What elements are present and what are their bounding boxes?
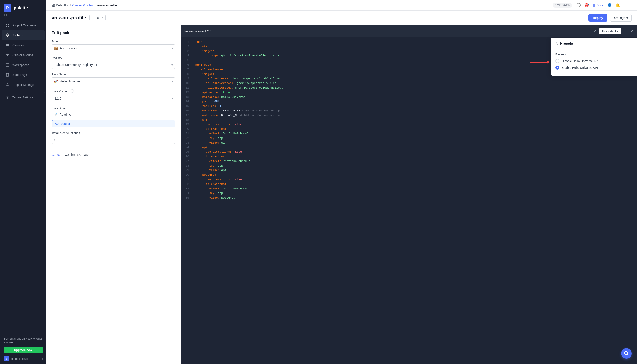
header-actions: Deploy Settings ▾ [588, 14, 632, 22]
svg-point-12 [8, 56, 9, 56]
sidebar-bottom: Start small and only pay for what you us… [0, 334, 46, 364]
sidebar-item-label: Project Overview [12, 24, 36, 27]
spectro-cloud-label: spectro cloud [11, 357, 28, 360]
cancel-button[interactable]: Cancel [52, 153, 61, 156]
svg-rect-23 [52, 6, 53, 6]
preset-radio-disable[interactable] [555, 59, 559, 63]
readme-label: Readme [59, 113, 71, 116]
pack-details-group: 📄 Readme </> Values [52, 111, 175, 127]
server-icon [5, 43, 10, 47]
spectro-cloud-footer[interactable]: S spectro cloud ‹ [4, 356, 43, 361]
presets-title: Presets [560, 42, 573, 46]
topbar-right: 143/100kCh 💬 🎯 Docs 👤 🔔 ⋮⋮ [552, 3, 632, 8]
preset-radio-enable[interactable] [555, 66, 559, 70]
user-icon[interactable]: 👤 [607, 3, 612, 8]
svg-rect-0 [6, 24, 7, 25]
logo-text: palette [14, 6, 28, 10]
sidebar-item-label: Clusters [12, 44, 24, 47]
expand-icon[interactable]: ⤢ [593, 29, 596, 33]
svg-point-10 [8, 54, 9, 55]
preset-label-enable: Enable Hello Universe API [561, 66, 598, 70]
search-fab-button[interactable] [621, 348, 632, 359]
grid-icon [5, 23, 10, 28]
app-version: 4.4.19 [0, 13, 46, 20]
cluster-profiles-link[interactable]: Cluster Profiles [72, 4, 93, 7]
pack-details-label: Pack Details [52, 106, 175, 110]
breadcrumb-separator: / [70, 4, 71, 7]
svg-rect-21 [52, 4, 53, 5]
install-order-input[interactable] [52, 136, 175, 144]
line-numbers: 12345 678910 1112131415 1617181920 21222… [181, 37, 192, 364]
grid-apps-icon[interactable]: ⋮⋮ [624, 3, 632, 8]
sidebar-item-label: Workspaces [12, 63, 29, 67]
svg-rect-1 [8, 24, 9, 25]
form-actions: Cancel Confirm & Create [52, 149, 175, 156]
sidebar-item-label: Cluster Groups [12, 53, 33, 57]
sidebar-item-cluster-groups[interactable]: Cluster Groups [2, 50, 45, 60]
sidebar-nav: Project Overview Profiles Clusters Clust… [0, 20, 46, 334]
code-content: 12345 678910 1112131415 1617181920 21222… [181, 37, 637, 364]
close-icon[interactable]: ✕ [630, 29, 633, 34]
target-icon[interactable]: 🎯 [584, 3, 589, 8]
pack-version-form-group: Pack Version ⓘ 1.2.0 [52, 89, 175, 102]
deploy-button[interactable]: Deploy [588, 14, 608, 22]
sidebar-item-project-overview[interactable]: Project Overview [2, 20, 45, 30]
sidebar-item-audit-logs[interactable]: Audit Logs [2, 70, 45, 80]
type-label: Type [52, 40, 175, 43]
svg-rect-13 [6, 64, 9, 66]
svg-rect-3 [8, 26, 9, 27]
settings-btn-label: Settings [614, 16, 625, 20]
svg-point-6 [8, 44, 9, 44]
settings-button[interactable]: Settings ▾ [610, 14, 632, 22]
presets-panel: ∧ Presets Backend Disable Hello Universe… [551, 38, 637, 76]
preset-option-disable[interactable]: Disable Hello Universe API [555, 59, 632, 63]
type-select[interactable]: App services [52, 44, 175, 52]
content-area: Edit pack Type 📦 App services Registry P… [46, 25, 637, 364]
svg-point-7 [8, 46, 9, 46]
sidebar-item-project-settings[interactable]: Project Settings [2, 80, 45, 90]
sidebar: P palette 4.4.19 Project Overview Profil… [0, 0, 46, 364]
pack-name-form-group: Pack Name 🚀 Hello Universe [52, 73, 175, 85]
more-options-icon[interactable]: ⋮ [624, 29, 627, 33]
use-defaults-button[interactable]: Use defaults [599, 28, 621, 34]
arrow-line [530, 62, 547, 62]
breadcrumb-default[interactable]: Default ▾ [52, 4, 69, 7]
readme-icon: 📄 [54, 113, 58, 116]
chat-icon[interactable]: 💬 [576, 3, 580, 8]
code-lines: pack: content: images: - image: ghcr.io/… [192, 37, 637, 364]
upgrade-now-button[interactable]: Upgrade now [4, 346, 43, 354]
version-selector[interactable]: 1.0.0 [89, 14, 106, 21]
presets-header: ∧ Presets [551, 38, 637, 49]
breadcrumb-current-page: vmware-profile [97, 4, 117, 7]
presets-collapse-icon[interactable]: ∧ [555, 41, 558, 46]
sidebar-item-profiles[interactable]: Profiles [2, 30, 45, 40]
sidebar-item-tenant-settings[interactable]: Tenant Settings [2, 92, 45, 102]
svg-line-30 [627, 354, 628, 356]
registry-form-group: Registry Palette Community Registry oci [52, 56, 175, 69]
svg-point-8 [7, 54, 8, 56]
sidebar-item-workspaces[interactable]: Workspaces [2, 60, 45, 70]
preset-option-enable[interactable]: Enable Hello Universe API [555, 66, 632, 70]
values-icon: </> [55, 122, 59, 126]
default-label: Default [56, 4, 66, 7]
confirm-create-button[interactable]: Confirm & Create [65, 153, 89, 156]
docs-button[interactable]: Docs [592, 4, 603, 7]
sidebar-item-clusters[interactable]: Clusters [2, 40, 45, 50]
readme-item[interactable]: 📄 Readme [52, 111, 175, 118]
pack-name-select[interactable]: Hello Universe [52, 77, 175, 85]
registry-label: Registry [52, 56, 175, 60]
svg-rect-20 [7, 98, 8, 99]
svg-point-11 [6, 56, 7, 56]
type-select-wrapper: 📦 App services [52, 44, 175, 52]
registry-select[interactable]: Palette Community Registry oci [52, 61, 175, 69]
notifications-icon[interactable]: 🔔 [615, 3, 620, 8]
info-icon: ⓘ [71, 89, 74, 93]
values-item[interactable]: </> Values [52, 120, 175, 127]
tenant-icon [5, 95, 10, 100]
pack-version-select[interactable]: 1.2.0 [52, 94, 175, 102]
sidebar-item-label: Project Settings [12, 83, 34, 86]
hello-universe-icon: 🚀 [54, 79, 58, 84]
workspace-icon [5, 63, 10, 67]
sidebar-logo: P palette [0, 0, 46, 13]
code-header-actions: ⤢ Use defaults ⋮ ✕ [593, 28, 633, 34]
